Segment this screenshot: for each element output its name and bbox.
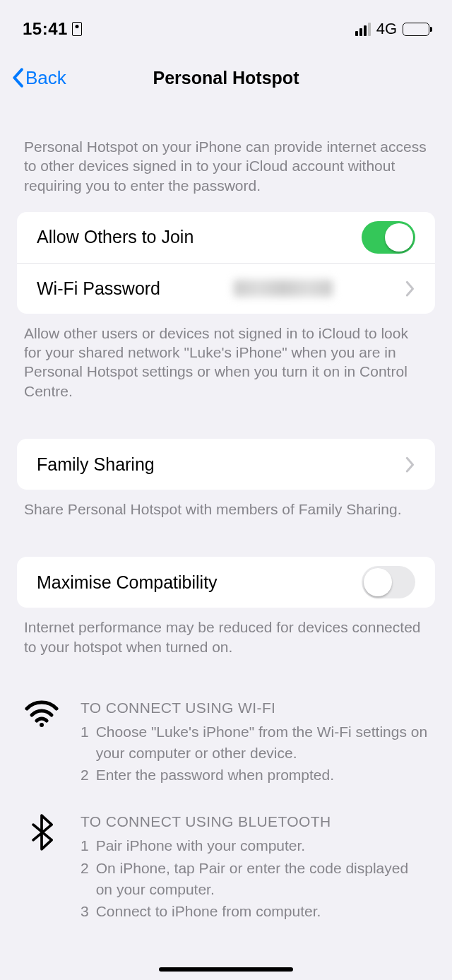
bluetooth-instructions: TO CONNECT USING BLUETOOTH 1Pair iPhone …: [24, 811, 428, 923]
family-sharing-row[interactable]: Family Sharing: [17, 439, 435, 490]
network-type-label: 4G: [376, 20, 397, 38]
wifi-instructions-heading: TO CONNECT USING WI-FI: [81, 697, 428, 719]
wifi-password-label: Wi-Fi Password: [37, 278, 160, 299]
bluetooth-icon: [24, 811, 59, 923]
allow-others-label: Allow Others to Join: [37, 227, 194, 247]
svg-point-0: [40, 723, 44, 727]
section2-footer: Share Personal Hotspot with members of F…: [0, 490, 452, 538]
portrait-lock-icon: [72, 22, 82, 36]
compat-group: Maximise Compatibility: [17, 557, 435, 608]
bt-step-2: On iPhone, tap Pair or enter the code di…: [96, 858, 428, 900]
instructions: TO CONNECT USING WI-FI 1Choose "Luke's i…: [0, 676, 452, 923]
page-title: Personal Hotspot: [0, 68, 452, 88]
home-indicator[interactable]: [159, 967, 293, 972]
bt-step-1: Pair iPhone with your computer.: [96, 835, 305, 856]
status-bar: 15:41 4G: [0, 0, 452, 49]
wifi-icon: [24, 697, 59, 787]
family-sharing-label: Family Sharing: [37, 454, 155, 475]
allow-group: Allow Others to Join Wi-Fi Password: [17, 212, 435, 314]
section1-footer: Allow other users or devices not signed …: [0, 314, 452, 420]
maximise-compatibility-label: Maximise Compatibility: [37, 572, 218, 593]
wifi-instructions: TO CONNECT USING WI-FI 1Choose "Luke's i…: [24, 697, 428, 787]
wifi-step-2: Enter the password when prompted.: [96, 764, 334, 786]
allow-others-row: Allow Others to Join: [17, 212, 435, 263]
section1-header: Personal Hotspot on your iPhone can prov…: [0, 106, 452, 212]
chevron-right-icon: [405, 281, 415, 296]
allow-others-switch[interactable]: [362, 221, 415, 254]
chevron-right-icon: [405, 456, 415, 472]
wifi-password-row[interactable]: Wi-Fi Password: [17, 263, 435, 314]
wifi-password-value: [234, 280, 333, 297]
maximise-compatibility-switch[interactable]: [362, 566, 415, 598]
cellular-signal-icon: [355, 23, 371, 36]
navigation-bar: Back Personal Hotspot: [0, 49, 452, 106]
section3-footer: Internet performance may be reduced for …: [0, 608, 452, 676]
battery-icon: [403, 23, 429, 36]
bt-instructions-heading: TO CONNECT USING BLUETOOTH: [81, 811, 428, 832]
wifi-step-1: Choose "Luke's iPhone" from the Wi-Fi se…: [96, 721, 428, 764]
bt-step-3: Connect to iPhone from computer.: [96, 901, 321, 922]
maximise-compatibility-row: Maximise Compatibility: [17, 557, 435, 608]
status-time: 15:41: [23, 19, 68, 39]
chevron-left-icon: [11, 68, 24, 88]
back-button[interactable]: Back: [11, 67, 66, 89]
family-group: Family Sharing: [17, 439, 435, 490]
back-label: Back: [25, 67, 66, 89]
